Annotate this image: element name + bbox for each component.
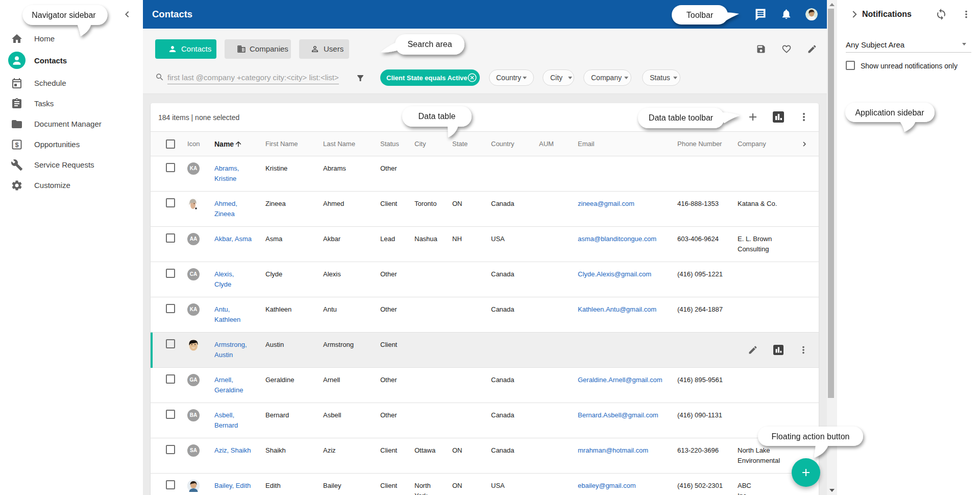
svg-text:Floating action button: Floating action button — [772, 432, 850, 441]
svg-text:Application sidebar: Application sidebar — [855, 108, 924, 117]
svg-text:Data table toolbar: Data table toolbar — [649, 113, 714, 122]
svg-text:Navigator sidebar: Navigator sidebar — [32, 11, 96, 19]
svg-text:Search area: Search area — [407, 40, 452, 49]
svg-text:Toolbar: Toolbar — [687, 11, 714, 19]
svg-text:Data table: Data table — [419, 112, 456, 121]
